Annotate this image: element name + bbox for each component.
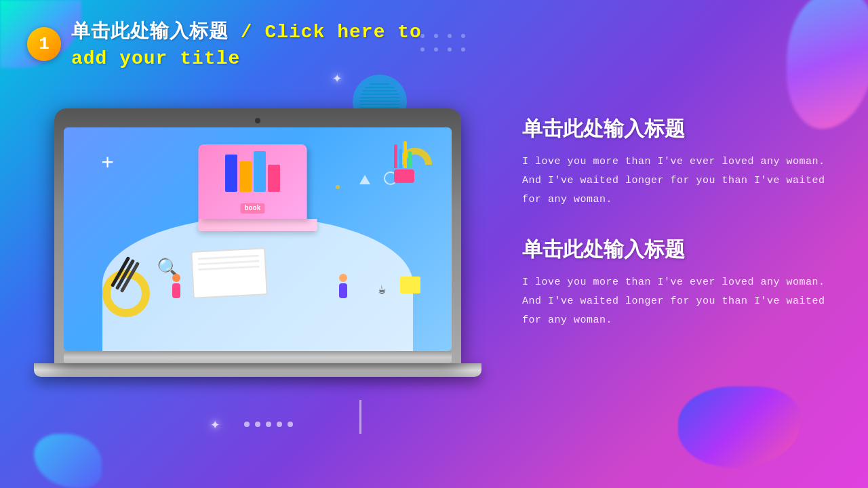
- sparkle-bottom: ✦: [210, 414, 220, 434]
- cup: [394, 169, 414, 183]
- page-title[interactable]: 单击此处输入标题 / Click here to add your title: [71, 19, 465, 72]
- sparkle-center: ✦: [332, 68, 342, 87]
- iso-screen: book: [199, 144, 307, 219]
- blob-top-right: [787, 0, 868, 129]
- right-content: 单击此处输入标题 I love you more than I've ever …: [522, 115, 827, 357]
- title-chinese: 单击此处输入标题: [71, 22, 229, 43]
- triangle-deco: [359, 175, 370, 184]
- badge-number: 1: [39, 34, 50, 54]
- deco-dot-2: [255, 422, 260, 427]
- iso-keyboard: [199, 219, 317, 231]
- deco-dot-3: [266, 422, 271, 427]
- coffee-icon: ☕: [378, 282, 386, 297]
- section2[interactable]: 单击此处输入标题 I love you more than I've ever …: [522, 236, 827, 329]
- deco-dots-row: [244, 422, 293, 427]
- section1-title[interactable]: 单击此处输入标题: [522, 115, 827, 143]
- laptop-illustration: + book: [54, 108, 461, 377]
- section2-body: I love you more than I've ever loved any…: [522, 273, 827, 329]
- laptop-camera: [255, 118, 260, 123]
- books: [225, 151, 280, 192]
- deco-line-vertical: [359, 400, 361, 434]
- sticky-note: [400, 277, 420, 293]
- laptop-shell: + book: [54, 108, 461, 363]
- person-right: [339, 274, 347, 298]
- dot-yellow: [336, 185, 340, 189]
- laptop-screen: + book: [64, 127, 452, 351]
- title-area[interactable]: 单击此处输入标题 / Click here to add your title: [71, 19, 465, 72]
- deco-dot-1: [244, 422, 250, 427]
- pencil-cup: [394, 141, 414, 183]
- laptop-base: [34, 363, 481, 377]
- book-label: book: [240, 203, 264, 214]
- plus-icon: +: [101, 151, 114, 176]
- section2-title[interactable]: 单击此处输入标题: [522, 236, 827, 264]
- deco-dot-5: [288, 422, 293, 427]
- screen-content: + book: [64, 127, 452, 351]
- notebook: [191, 247, 268, 299]
- section1[interactable]: 单击此处输入标题 I love you more than I've ever …: [522, 115, 827, 209]
- laptop-hinge: [64, 351, 452, 363]
- number-badge: 1: [27, 27, 61, 61]
- section1-body: I love you more than I've ever loved any…: [522, 152, 827, 209]
- deco-dot-4: [277, 422, 282, 427]
- iso-laptop: book: [199, 144, 317, 231]
- person-left: [172, 274, 180, 298]
